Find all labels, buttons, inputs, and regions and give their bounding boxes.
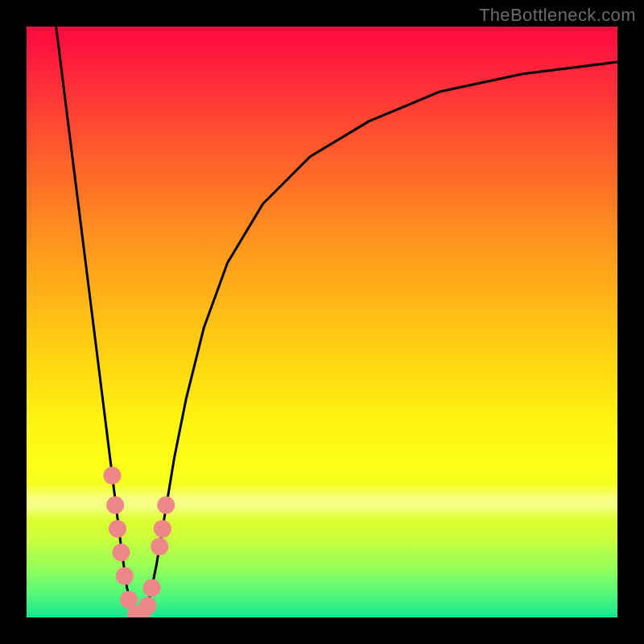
marker-dot (143, 579, 161, 597)
curve-canvas (27, 27, 617, 617)
marker-dot (106, 497, 124, 514)
marker-dot (139, 597, 157, 614)
marker-dot (154, 520, 171, 538)
plot-area (27, 27, 617, 617)
marker-dot (151, 538, 168, 555)
marker-dot (157, 497, 175, 514)
marker-dot (103, 467, 121, 485)
chart-frame: TheBottleneck.com (0, 0, 644, 644)
bottleneck-curve (56, 27, 617, 617)
marker-dot (112, 543, 130, 561)
watermark-text: TheBottleneck.com (479, 5, 636, 26)
marker-dot (109, 520, 126, 538)
marker-dot (116, 568, 134, 585)
